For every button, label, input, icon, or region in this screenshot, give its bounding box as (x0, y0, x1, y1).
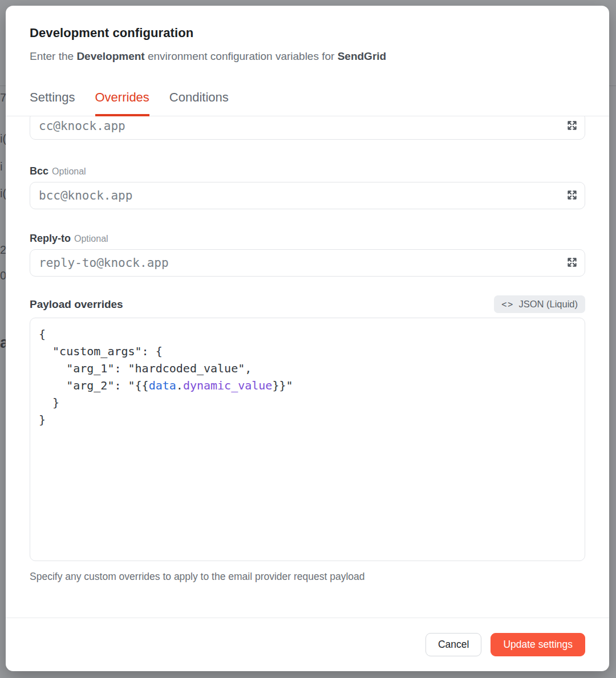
configuration-modal: Development configuration Enter the Deve… (6, 6, 609, 671)
bcc-label-text: Bcc (30, 165, 48, 177)
subtitle-environment: Development (76, 50, 144, 62)
tab-bar: Settings Overrides Conditions (6, 90, 609, 116)
cc-input[interactable] (30, 116, 585, 140)
payload-overrides-helper-text: Specify any custom overrides to apply to… (30, 570, 585, 583)
payload-overrides-label: Payload overrides (30, 298, 123, 311)
optional-tag: Optional (52, 167, 86, 176)
bcc-field: BccOptional (30, 165, 585, 209)
json-liquid-badge-label: JSON (Liquid) (518, 299, 578, 310)
reply-to-label-text: Reply-to (30, 233, 71, 244)
cancel-button[interactable]: Cancel (425, 633, 481, 656)
tab-conditions[interactable]: Conditions (169, 90, 229, 116)
reply-to-input[interactable] (30, 249, 585, 277)
expand-icon (566, 256, 578, 270)
modal-title: Development configuration (30, 25, 585, 41)
code-line: "custom_args": { (39, 343, 576, 360)
reply-to-expand-button[interactable] (565, 255, 579, 270)
cc-expand-button[interactable] (565, 119, 579, 133)
backdrop-text-fragment: a (0, 334, 6, 352)
reply-to-field: Reply-toOptional (30, 233, 585, 277)
modal-scroll-content: BccOptional Reply-toOptional (6, 116, 609, 618)
modal-subtitle: Enter the Development environment config… (30, 49, 585, 64)
code-line: } (39, 394, 576, 411)
code-line: "arg_1": "hardcoded_value", (39, 360, 576, 377)
backdrop-text-fragment: i( (0, 187, 6, 200)
payload-overrides-editor[interactable]: { "custom_args": { "arg_1": "hardcoded_v… (30, 318, 585, 561)
bcc-label: BccOptional (30, 165, 585, 177)
optional-tag: Optional (74, 234, 108, 243)
code-line: "arg_2": "{{data.dynamic_value}}" (39, 377, 576, 394)
code-brackets-icon: <> (501, 299, 514, 310)
subtitle-text: environment configuration variables for (145, 50, 338, 62)
json-liquid-badge: <> JSON (Liquid) (494, 295, 585, 313)
tab-overrides[interactable]: Overrides (95, 90, 149, 116)
payload-overrides-header: Payload overrides <> JSON (Liquid) (30, 295, 585, 313)
expand-icon (566, 119, 578, 133)
backdrop-text-fragment: i (0, 160, 6, 173)
modal-footer: Cancel Update settings (6, 618, 609, 671)
subtitle-text: Enter the (30, 50, 76, 62)
bcc-input[interactable] (30, 182, 585, 209)
bcc-expand-button[interactable] (565, 188, 579, 203)
code-line: } (39, 411, 576, 428)
expand-icon (566, 189, 578, 203)
modal-header: Development configuration Enter the Deve… (6, 6, 609, 64)
code-line: { (39, 326, 576, 343)
backdrop-text-fragment: 0 (0, 269, 6, 282)
tab-settings[interactable]: Settings (30, 90, 75, 116)
backdrop-text-fragment: i( (0, 132, 6, 145)
subtitle-provider: SendGrid (338, 50, 387, 62)
reply-to-label: Reply-toOptional (30, 233, 585, 245)
cc-field (30, 116, 585, 140)
update-settings-button[interactable]: Update settings (491, 633, 585, 656)
backdrop-text-fragment: 7 (0, 91, 6, 104)
backdrop-text-fragment: 2 (0, 243, 6, 257)
